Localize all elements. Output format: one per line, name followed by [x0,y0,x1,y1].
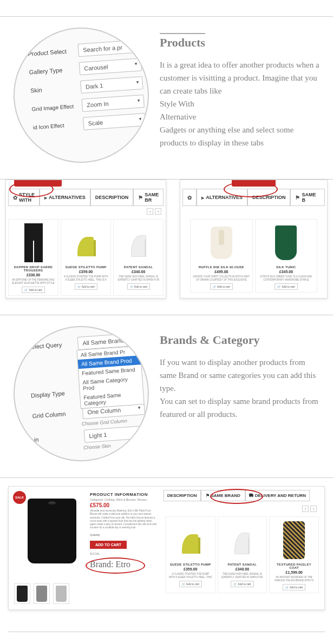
add-to-cart-button[interactable]: 🛒Add to cart [22,287,44,293]
same-brand-products: SUEDE STILETTO PUMP £359.00 A CLASSIC PO… [164,514,321,595]
prev-button[interactable]: ‹ [147,208,153,215]
product-image [11,222,56,264]
product-card[interactable]: SUEDE STILETTO PUMP £359.00 A CLASSIC PO… [61,219,111,296]
dropdown-menu[interactable]: All Same Brand Pr All Same Brand Prod Fe… [76,346,144,409]
field-skin2[interactable]: Light 1 [84,426,147,443]
product-card[interactable]: RUFFLE BIB SILK BLOUSE £495.00 UPDATE YO… [190,219,253,293]
field-gallery-type[interactable]: Carousel [79,58,142,75]
product-card[interactable]: DAPPER DROP SARRE TROUSERS £330.00 AN EP… [8,219,58,296]
main-price: £575.00 [90,502,157,508]
thumbnail[interactable] [53,583,69,604]
tab-description[interactable]: DESCRIPTION [247,189,291,206]
categories: Categories: Clothing, Shirts & Blouses, … [90,498,157,501]
field-product-select[interactable]: Search for a pr [77,39,140,57]
product-price: £1,599.00 [272,570,316,574]
product-desc: THE NUDE HIGH HEEL SANDAL IS EXPERTLY CR… [220,573,265,579]
product-name: RUFFLE BIB SILK BLOUSE [193,265,250,269]
cart-icon: 🛒 [213,285,216,288]
quantity-label: Quantity [90,533,157,536]
tab-delivery[interactable]: ⛟DELIVERY AND RETURN [245,490,310,501]
carousel-nav: ‹ › [164,503,321,514]
flag-icon: ⚑ [138,195,143,201]
field-grid-image[interactable]: Zoom In [81,95,144,112]
product-price: £495.00 [193,270,250,274]
label-grid-icon: id Icon Effect [33,121,80,130]
tab-description[interactable]: DESCRIPTION [90,189,134,206]
tab-alternatives[interactable]: ▸ALTERNATIVES [197,189,247,206]
product-desc: A CLASSIC POINTED TOE PUMP WITH A SLEEK … [168,573,213,579]
tab-alternatives[interactable]: ▸ALTERNATIVES [40,189,90,206]
red-accent-bar [232,180,276,187]
product-image [193,222,250,264]
product-desc: THE NUDE HIGH HEEL SANDAL IS EXPERTLY CR… [116,275,161,282]
text-block-brands: Brands & Category If you want to display… [160,326,319,421]
product-description: Versatile and luxuriously flattering, Et… [90,509,157,530]
flag-icon: ⚑ [206,493,210,498]
flag-icon: ⚑ [295,195,300,201]
tab-same-brand[interactable]: ⚑SAME BRAND [201,490,245,501]
preview-panel-style-with: ✿STYLE WITH ▸ALTERNATIVES DESCRIPTION ⚑S… [5,180,166,298]
tab-description[interactable]: DESCRIPTION [164,490,201,501]
tab-style-with[interactable]: ✿STYLE WITH [8,189,40,206]
label-skin: Skin [30,84,77,94]
next-button[interactable]: › [310,506,317,512]
product-price: £330.00 [11,273,56,277]
label-product-select: Product Select [28,48,74,57]
product-desc: AN EPITOME OF THE FEMININE AND ELEGANT S… [11,278,56,285]
label-skin2: in [34,433,80,443]
product-desc: UPDATE YOUR SHIRT COLLECTION WITH A HINT… [193,275,250,282]
social-label: SOCIAL [90,552,157,555]
product-desc: ETRO'S SILK GREEN TUNIC IS A CLEAN AND C… [258,275,315,282]
add-to-cart-button[interactable]: 🛒Add to cart [231,581,253,587]
product-detail-right: DESCRIPTION ⚑SAME BRAND ⛟DELIVERY AND RE… [160,487,324,609]
product-price: £359.00 [63,270,108,274]
product-name: TEXTURED PAISLEY COAT [272,563,316,569]
tag-icon: ▸ [44,195,47,201]
product-card[interactable]: TEXTURED PAISLEY COAT £1,599.00 AN INSTA… [269,516,319,593]
product-price: £345.00 [258,270,315,274]
add-to-cart-button[interactable]: 🛒Add to cart [75,283,97,290]
product-card[interactable]: PATENT SANDAL £340.00 THE NUDE HIGH HEEL… [218,516,267,593]
product-name: SUEDE STILETTO PUMP [168,563,213,566]
tab-same-brand[interactable]: ⚑SAME B [290,189,325,206]
thumbnail[interactable] [34,583,50,604]
leaf-icon: ✿ [13,195,17,201]
label-grid-image: Grid Image Effect [31,103,78,112]
label-gallery-type: Gallery Type [29,66,75,76]
field-grid-icon[interactable]: Scale [83,113,146,130]
product-price: £340.00 [116,270,161,274]
thumbnail[interactable] [14,583,30,604]
add-to-cart-button[interactable]: 🛒Add to cart [283,584,305,590]
add-to-cart-main[interactable]: ADD TO CART [90,541,127,549]
label-grid-column: Grid Column [32,409,79,419]
product-name: PATENT SANDAL [220,563,265,566]
desc-products: It is a great idea to offer another prod… [160,58,319,149]
product-card[interactable]: SILK TUNIC £345.00 ETRO'S SILK GREEN TUN… [255,219,318,293]
desc-brands: If you want to display another products … [160,356,319,421]
fp-tabs: DESCRIPTION ⚑SAME BRAND ⛟DELIVERY AND RE… [164,490,321,501]
preview-row-1: ✿STYLE WITH ▸ALTERNATIVES DESCRIPTION ⚑S… [5,180,328,298]
label-select-query: Select Query [27,341,74,350]
next-button[interactable]: › [155,208,161,215]
add-to-cart-button[interactable]: 🛒Add to cart [210,283,233,290]
cart-icon: 🛒 [285,586,289,589]
truck-icon: ⛟ [249,493,253,498]
product-page-preview: SALE PRODUCT INFORMATION Categories: Clo… [8,486,325,610]
field-skin[interactable]: Dark 1 [80,76,143,94]
product-main-image [19,494,84,567]
add-to-cart-button[interactable]: 🛒Add to cart [127,283,150,290]
product-card[interactable]: SUEDE STILETTO PUMP £359.00 A CLASSIC PO… [166,516,216,593]
divider [8,632,325,632]
cart-icon: 🛒 [130,285,133,288]
product-image [116,222,161,264]
tab-style-with[interactable]: ✿ [182,189,197,206]
section-products: Product Select Search for a pr Gallery T… [0,16,333,180]
prev-button[interactable]: ‹ [302,506,309,512]
tabs-b: ✿ ▸ALTERNATIVES DESCRIPTION ⚑SAME B [182,189,325,206]
add-to-cart-button[interactable]: 🛒Add to cart [275,283,297,290]
tab-same-brand[interactable]: ⚑SAME BR [133,189,164,206]
tabs-a: ✿STYLE WITH ▸ALTERNATIVES DESCRIPTION ⚑S… [8,189,164,206]
product-image [272,519,316,561]
add-to-cart-button[interactable]: 🛒Add to cart [179,581,202,587]
product-card[interactable]: PATENT SANDAL £340.00 THE NUDE HIGH HEEL… [113,219,164,296]
